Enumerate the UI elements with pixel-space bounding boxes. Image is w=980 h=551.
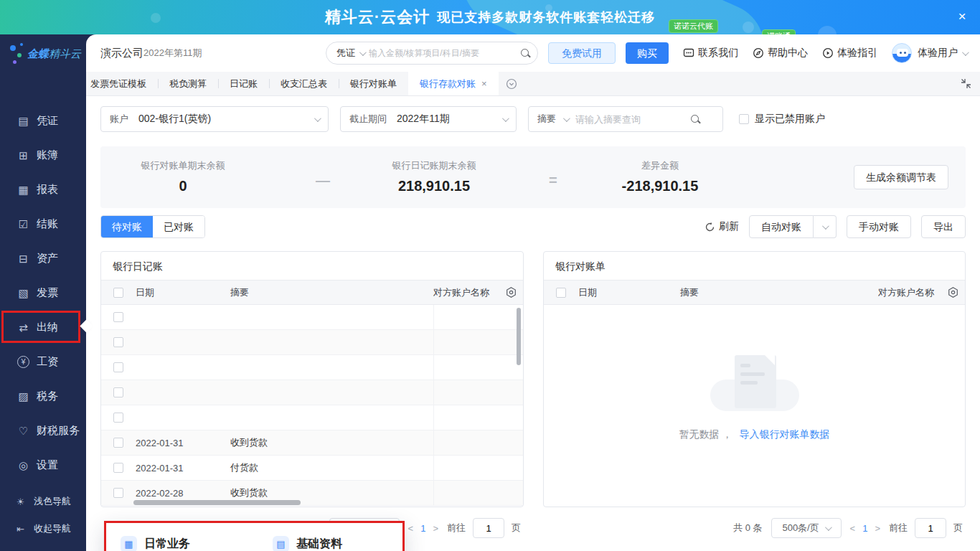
- pending-reconcile-tab[interactable]: 待对账: [101, 216, 153, 237]
- search-icon[interactable]: [690, 114, 700, 124]
- auto-reconcile-button[interactable]: 自动对账: [749, 215, 814, 238]
- sidebar-item-tax[interactable]: ▨税务: [0, 379, 86, 413]
- goto-page-input[interactable]: [473, 518, 504, 538]
- light-theme-toggle[interactable]: ☀浅色导航: [0, 488, 86, 515]
- experience-guide-button[interactable]: 体验指引: [822, 47, 877, 60]
- row-checkbox[interactable]: [113, 463, 123, 473]
- sidebar-item-closing[interactable]: ☑结账: [0, 207, 86, 241]
- row-checkbox[interactable]: [113, 488, 123, 498]
- tab-close-icon[interactable]: ×: [481, 78, 487, 89]
- user-menu-chevron-icon[interactable]: [962, 49, 969, 56]
- row-checkbox[interactable]: [113, 413, 123, 423]
- select-all-checkbox[interactable]: [113, 288, 123, 298]
- filter-row: 账户002-银行1(英镑) 截止期间2022年11期 摘要 显示已禁用账户: [100, 106, 825, 132]
- refresh-icon: [705, 222, 715, 232]
- table-row[interactable]: [101, 405, 523, 430]
- generate-adjustment-table-button[interactable]: 生成余额调节表: [854, 165, 948, 189]
- tab-list-dropdown[interactable]: [499, 72, 524, 95]
- sidebar-item-invoice[interactable]: ▧发票: [0, 276, 86, 310]
- select-all-checkbox[interactable]: [556, 288, 566, 298]
- export-button[interactable]: 导出: [921, 215, 966, 238]
- tab-invoice-voucher-template[interactable]: 发票凭证模板: [86, 72, 158, 95]
- table-header: 日期 摘要 对方账户名称: [544, 281, 965, 305]
- column-settings-icon[interactable]: [505, 286, 517, 298]
- invoice-icon: ▧: [17, 287, 29, 299]
- table-row[interactable]: [101, 305, 523, 330]
- summary-search-input[interactable]: [575, 114, 683, 125]
- horizontal-scrollbar[interactable]: [133, 500, 301, 505]
- base-data-icon: ▤: [273, 536, 289, 551]
- import-statement-link[interactable]: 导入银行对账单数据: [739, 428, 829, 440]
- salary-icon: ¥: [17, 356, 29, 368]
- tab-bar: 发票凭证模板 税负测算 日记账 收支汇总表 银行对账单 银行存款对账 ×: [86, 72, 980, 96]
- account-select[interactable]: 账户002-银行1(英镑): [100, 106, 329, 132]
- table-row[interactable]: [101, 330, 523, 355]
- tab-tax-estimate[interactable]: 税负测算: [158, 72, 218, 95]
- search-category[interactable]: 凭证: [336, 47, 355, 60]
- next-page-button[interactable]: >: [433, 523, 438, 534]
- row-checkbox[interactable]: [113, 312, 123, 322]
- sidebar-item-cashier[interactable]: ⇄出纳: [0, 310, 86, 344]
- table-row[interactable]: [101, 380, 523, 405]
- collapse-nav-button[interactable]: ⇤收起导航: [0, 515, 86, 542]
- voucher-icon: ▤: [17, 115, 29, 127]
- empty-state: 暂无数据 ，导入银行对账单数据: [544, 355, 965, 441]
- tab-bank-statement[interactable]: 银行对账单: [339, 72, 408, 95]
- banner-close-icon[interactable]: ×: [954, 9, 970, 24]
- period-select[interactable]: 截止期间2022年11期: [340, 106, 517, 132]
- closing-icon: ☑: [17, 218, 29, 230]
- row-checkbox[interactable]: [113, 337, 123, 347]
- next-page-button[interactable]: >: [875, 523, 880, 534]
- sidebar-item-fiscal-service[interactable]: ♡财税服务: [0, 413, 86, 448]
- app-logo: 金蝶精斗云: [10, 43, 82, 67]
- search-input[interactable]: [369, 48, 516, 58]
- current-page[interactable]: 1: [862, 523, 867, 534]
- checkbox-icon[interactable]: [739, 114, 749, 124]
- row-checkbox[interactable]: [113, 387, 123, 397]
- contact-us-button[interactable]: 联系我们: [683, 47, 738, 60]
- prev-page-button[interactable]: <: [850, 523, 856, 534]
- table-row[interactable]: 2022-01-31收到货款: [101, 430, 523, 456]
- chevron-down-icon: [822, 222, 829, 230]
- fullscreen-toggle-icon[interactable]: [961, 78, 971, 89]
- sidebar-item-settings[interactable]: ◎设置: [0, 448, 86, 482]
- logo-text: 金蝶精斗云: [27, 47, 81, 61]
- manual-reconcile-button[interactable]: 手动对账: [847, 215, 911, 238]
- asset-icon: ⊟: [17, 253, 29, 265]
- sidebar-item-asset[interactable]: ⊟资产: [0, 241, 86, 276]
- column-settings-icon[interactable]: [947, 286, 959, 298]
- buy-button[interactable]: 购买: [626, 42, 669, 64]
- vertical-scrollbar[interactable]: [517, 308, 521, 365]
- page-size-select[interactable]: 500条/页: [771, 518, 842, 538]
- prev-page-button[interactable]: <: [408, 523, 414, 534]
- refresh-button[interactable]: 刷新: [705, 220, 739, 233]
- collapse-nav-icon: ⇤: [14, 523, 27, 535]
- table-row[interactable]: [101, 355, 523, 380]
- chevron-down-icon[interactable]: [563, 115, 570, 122]
- goto-page-input[interactable]: [915, 518, 946, 538]
- help-center-button[interactable]: 帮助中心: [753, 47, 808, 60]
- tab-journal[interactable]: 日记账: [218, 72, 269, 95]
- user-avatar[interactable]: [892, 43, 912, 63]
- sidebar: 金蝶精斗云 ▤凭证 ⊞账簿 ▦报表 ☑结账 ⊟资产 ▧发票 ⇄出纳 ¥工资 ▨税…: [0, 34, 86, 551]
- current-page[interactable]: 1: [420, 523, 425, 534]
- row-checkbox[interactable]: [113, 362, 123, 372]
- sidebar-item-voucher[interactable]: ▤凭证: [0, 103, 86, 138]
- user-name[interactable]: 体验用户: [918, 47, 958, 60]
- free-trial-button[interactable]: 免费试用: [548, 42, 616, 64]
- row-checkbox[interactable]: [113, 438, 123, 448]
- tab-bank-reconciliation-active[interactable]: 银行存款对账 ×: [408, 72, 499, 95]
- auto-reconcile-dropdown[interactable]: [814, 215, 837, 238]
- sidebar-item-ledger[interactable]: ⊞账簿: [0, 138, 86, 172]
- chevron-down-icon[interactable]: [359, 49, 367, 56]
- empty-text: 暂无数据 ，: [679, 428, 732, 440]
- search-icon[interactable]: [520, 48, 530, 58]
- sidebar-item-salary[interactable]: ¥工资: [0, 344, 86, 379]
- reconciled-tab[interactable]: 已对账: [153, 216, 204, 237]
- tab-income-expense-summary[interactable]: 收支汇总表: [269, 72, 339, 95]
- sidebar-item-report[interactable]: ▦报表: [0, 172, 86, 207]
- salary-menu-popup: ▦ 日常业务 新手导航 工资表 工资统计 ▤ 基础资料: [104, 521, 405, 551]
- equals-operator: =: [549, 172, 557, 189]
- table-row[interactable]: 2022-01-31付货款: [101, 456, 523, 481]
- show-disabled-accounts-checkbox[interactable]: 显示已禁用账户: [739, 113, 825, 126]
